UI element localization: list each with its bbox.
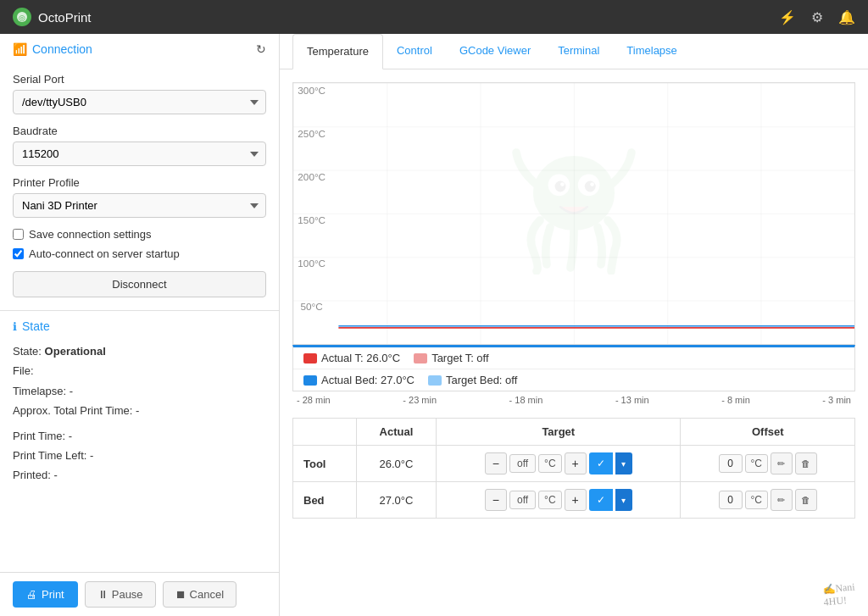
pause-label: Pause	[112, 588, 143, 601]
app-title: OctoPrint	[38, 10, 92, 25]
x-label-3: - 13 min	[615, 395, 649, 405]
connection-panel: 📶 Connection ↻ Serial Port /dev/ttyUSB0 …	[0, 34, 279, 311]
logo-icon: ◎	[13, 8, 31, 26]
chart-legend: Actual T: 26.0°C Target T: off Actual Be…	[292, 345, 855, 391]
tool-target-confirm[interactable]: ✓	[589, 452, 613, 474]
print-label: Print	[42, 588, 64, 601]
tool-target-label: Target T: off	[431, 352, 488, 364]
baudrate-group: Baudrate 115200	[13, 125, 266, 166]
x-label-1: - 23 min	[403, 395, 437, 405]
tool-offset-cell: 0 °C ✏ 🗑	[681, 446, 855, 482]
col-name-header	[293, 419, 357, 446]
svg-text:50°C: 50°C	[301, 301, 323, 312]
x-label-0: - 28 min	[297, 395, 331, 405]
bed-target-plus[interactable]: +	[565, 489, 587, 511]
tab-control[interactable]: Control	[383, 34, 446, 69]
main-layout: 📶 Connection ↻ Serial Port /dev/ttyUSB0 …	[0, 34, 868, 616]
state-panel: ℹ State State: Operational File: Timelap…	[0, 311, 279, 494]
pause-button[interactable]: ⏸ Pause	[85, 581, 156, 608]
tab-timelapse[interactable]: Timelapse	[613, 34, 690, 69]
printed-line: Printed: -	[13, 465, 266, 485]
tool-offset-delete[interactable]: 🗑	[795, 452, 817, 474]
save-connection-checkbox[interactable]	[13, 229, 24, 240]
temperature-table: Actual Target Offset Tool 26.0°C − off	[292, 418, 855, 519]
tool-target-control: − off °C + ✓ ▾	[447, 452, 670, 474]
bed-offset-edit[interactable]: ✏	[771, 489, 793, 511]
col-actual-header: Actual	[356, 419, 436, 446]
bed-target-minus[interactable]: −	[485, 489, 507, 511]
pause-icon: ⏸	[97, 588, 108, 601]
print-time-line: Print Time: -	[13, 426, 266, 446]
tool-target-unit: °C	[538, 454, 561, 473]
bed-target-color	[428, 375, 442, 386]
timelapse-value: -	[70, 385, 73, 397]
nani-signature: ✍Nani4HU!	[821, 580, 856, 608]
info-icon: ℹ	[13, 320, 17, 333]
file-line: File:	[13, 361, 266, 380]
approx-line: Approx. Total Print Time: -	[13, 401, 266, 420]
table-row-tool: Tool 26.0°C − off °C + ✓ ▾	[293, 446, 855, 482]
save-connection-label: Save connection settings	[29, 228, 152, 241]
legend-tool-actual: Actual T: 26.0°C	[303, 352, 400, 364]
approx-value: -	[136, 404, 139, 417]
bed-offset-cell: 0 °C ✏ 🗑	[681, 482, 855, 519]
print-button[interactable]: 🖨 Print	[13, 581, 78, 608]
auto-connect-checkbox[interactable]	[13, 248, 24, 259]
tool-offset-edit[interactable]: ✏	[771, 452, 793, 474]
state-body: State: Operational File: Timelapse: - Ap…	[13, 341, 266, 486]
disconnect-button[interactable]: Disconnect	[13, 271, 266, 297]
printer-profile-select[interactable]: Nani 3D Printer	[13, 193, 266, 218]
tool-target-dropdown[interactable]: ▾	[615, 452, 632, 474]
printer-profile-group: Printer Profile Nani 3D Printer	[13, 176, 266, 218]
bed-offset-delete[interactable]: 🗑	[795, 489, 817, 511]
svg-text:200°C: 200°C	[298, 171, 326, 182]
refresh-icon[interactable]: ↻	[256, 42, 266, 56]
bell-icon[interactable]: 🔔	[838, 9, 855, 25]
bed-target-confirm[interactable]: ✓	[589, 489, 613, 511]
chart-container: 300°C 250°C 200°C 150°C 100°C 50°C	[292, 82, 855, 345]
connection-title: 📶 Connection	[13, 42, 92, 56]
bed-target-control: − off °C + ✓ ▾	[447, 489, 670, 511]
svg-point-7	[560, 182, 565, 186]
tool-target-minus[interactable]: −	[485, 452, 507, 474]
tool-actual-color	[303, 353, 317, 363]
serial-port-select[interactable]: /dev/ttyUSB0	[13, 90, 266, 114]
tool-target-plus[interactable]: +	[565, 452, 587, 474]
header-right: ⚡ ⚙ 🔔	[779, 9, 855, 25]
state-header: ℹ State	[13, 319, 266, 333]
col-target-header: Target	[437, 419, 681, 446]
bed-offset-unit: °C	[745, 491, 768, 509]
cancel-button[interactable]: ⏹ Cancel	[163, 581, 236, 608]
serial-port-label: Serial Port	[13, 73, 266, 86]
bed-target-dropdown[interactable]: ▾	[615, 489, 632, 511]
print-icon: 🖨	[26, 588, 37, 601]
cancel-icon: ⏹	[175, 588, 186, 601]
baudrate-select[interactable]: 115200	[13, 142, 266, 166]
state-title: State	[22, 319, 50, 333]
bed-target-cell: − off °C + ✓ ▾	[437, 482, 681, 519]
svg-text:◎: ◎	[19, 14, 25, 22]
tab-gcode-viewer[interactable]: GCode Viewer	[446, 34, 544, 69]
legend-bed-target: Target Bed: off	[428, 374, 517, 386]
tool-actual-label: Actual T: 26.0°C	[321, 352, 400, 364]
tool-actual: 26.0°C	[356, 446, 436, 482]
tab-terminal[interactable]: Terminal	[544, 34, 613, 69]
svg-point-8	[590, 182, 594, 186]
connection-body: Serial Port /dev/ttyUSB0 Baudrate 115200…	[0, 64, 279, 310]
state-line: State: Operational	[13, 341, 266, 361]
bed-actual-label: Actual Bed: 27.0°C	[321, 374, 415, 386]
svg-text:250°C: 250°C	[298, 128, 326, 139]
settings-icon[interactable]: ⚙	[811, 9, 823, 25]
cancel-label: Cancel	[190, 588, 224, 601]
connection-title-text: Connection	[32, 42, 92, 56]
bed-actual-color	[303, 375, 317, 386]
tab-temperature[interactable]: Temperature	[292, 34, 383, 69]
timelapse-line: Timelapse: -	[13, 381, 266, 401]
print-time-left-line: Print Time Left: -	[13, 446, 266, 465]
bed-name: Bed	[293, 482, 357, 519]
svg-point-5	[555, 181, 566, 192]
save-connection-group: Save connection settings	[13, 228, 266, 241]
power-icon[interactable]: ⚡	[779, 9, 796, 25]
x-label-4: - 8 min	[721, 395, 750, 405]
signal-icon: 📶	[13, 42, 27, 56]
